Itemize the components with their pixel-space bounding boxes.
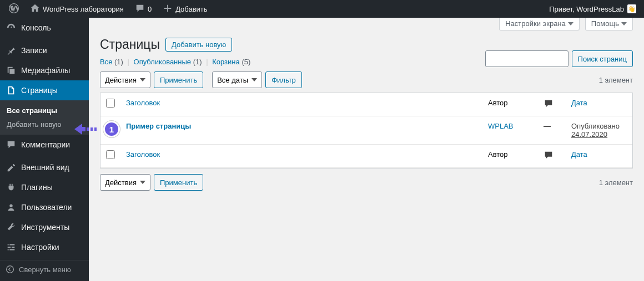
user-icon xyxy=(6,202,17,213)
col-title-header[interactable]: Заголовок xyxy=(120,93,482,116)
table-footer-row: Заголовок Автор Дата xyxy=(100,145,632,168)
sidebar-label: Комментарии xyxy=(21,140,70,149)
sidebar-item-users[interactable]: Пользователи xyxy=(0,197,89,217)
filter-all[interactable]: Все xyxy=(100,58,112,66)
svg-rect-3 xyxy=(94,127,97,131)
sidebar-item-media[interactable]: Медиафайлы xyxy=(0,60,89,80)
tools-icon xyxy=(6,222,17,233)
sidebar-item-plugins[interactable]: Плагины xyxy=(0,177,89,197)
site-name-link[interactable]: WordPress лаборатория xyxy=(26,0,128,18)
sidebar-item-comments[interactable]: Комментарии xyxy=(0,135,89,155)
sidebar-item-posts[interactable]: Записи xyxy=(0,40,89,60)
svg-point-0 xyxy=(7,266,14,273)
sidebar-label: Настройки xyxy=(21,243,59,252)
row-author-link[interactable]: WPLAB xyxy=(488,122,514,130)
comment-icon xyxy=(544,99,554,109)
item-count: 1 элемент xyxy=(599,76,633,84)
sidebar-item-appearance[interactable]: Внешний вид xyxy=(0,157,89,177)
comments-link[interactable]: 0 xyxy=(130,0,156,18)
filter-published[interactable]: Опубликованные xyxy=(134,58,192,66)
svg-rect-1 xyxy=(87,127,89,131)
callout-annotation: 1 xyxy=(73,121,120,137)
bulk-action-select-bottom[interactable]: Действия xyxy=(100,174,150,191)
media-icon xyxy=(6,65,17,76)
bulk-action-select[interactable]: Действия xyxy=(100,71,150,88)
heading-row: Страницы Добавить новую xyxy=(100,37,633,52)
select-all-header xyxy=(100,93,120,116)
search-input[interactable] xyxy=(485,50,568,67)
arrow-left-icon xyxy=(73,121,105,137)
item-count-bottom: 1 элемент xyxy=(599,178,633,187)
comment-icon xyxy=(544,150,554,160)
help-button[interactable]: Помощь xyxy=(585,18,633,30)
screen-meta: Настройки экрана Помощь xyxy=(100,18,633,30)
apply-button[interactable]: Применить xyxy=(154,71,203,88)
table-header-row: Заголовок Автор Дата xyxy=(100,93,632,116)
plugin-icon xyxy=(6,182,17,193)
pin-icon xyxy=(6,45,17,56)
wp-logo[interactable] xyxy=(4,0,23,18)
bulk-actions-bottom: Действия Применить xyxy=(100,174,203,191)
row-title-link[interactable]: Пример страницы xyxy=(126,122,191,130)
pages-table: Заголовок Автор Дата Пример страницы WPL… xyxy=(100,93,633,168)
add-new-page-button[interactable]: Добавить новую xyxy=(165,38,232,52)
main-content: Настройки экрана Помощь Страницы Добавит… xyxy=(89,18,644,281)
chevron-down-icon xyxy=(568,21,573,27)
sidebar-label: Инструменты xyxy=(21,223,69,232)
plus-icon xyxy=(163,3,173,15)
row-comments: — xyxy=(538,116,566,145)
admin-bar-right[interactable]: Привет, WordPressLab 👋 xyxy=(549,4,640,13)
sidebar-label: Записи xyxy=(21,46,47,55)
sidebar-label: Внешний вид xyxy=(21,163,69,172)
submenu-all-pages[interactable]: Все страницы xyxy=(0,104,89,117)
select-all-checkbox[interactable] xyxy=(106,99,115,108)
search-button[interactable]: Поиск страниц xyxy=(572,50,633,67)
sidebar-item-dashboard[interactable]: Консоль xyxy=(0,18,89,38)
home-icon xyxy=(30,3,40,15)
admin-bar: WordPress лаборатория 0 Добавить Привет,… xyxy=(0,0,644,18)
callout-badge: 1 xyxy=(103,121,120,137)
col-date-header[interactable]: Дата xyxy=(566,93,632,116)
wordpress-icon xyxy=(9,3,19,15)
sidebar-item-tools[interactable]: Инструменты xyxy=(0,217,89,237)
comment-icon xyxy=(135,3,145,15)
svg-rect-2 xyxy=(90,127,93,131)
table-row: Пример страницы WPLAB — Опубликовано 24.… xyxy=(100,116,632,145)
sidebar-item-settings[interactable]: Настройки xyxy=(0,237,89,257)
admin-sidebar: Консоль Записи Медиафайлы Страницы Все с… xyxy=(0,18,89,281)
sidebar-label: Страницы xyxy=(21,86,58,95)
bulk-actions: Действия Применить Все даты Фильтр xyxy=(100,71,302,88)
sidebar-label: Пользователи xyxy=(21,203,72,212)
collapse-menu[interactable]: Свернуть меню xyxy=(0,260,89,278)
sidebar-label: Плагины xyxy=(21,183,53,192)
settings-icon xyxy=(6,242,17,253)
tablenav-top: Действия Применить Все даты Фильтр 1 эле… xyxy=(100,71,633,88)
site-name: WordPress лаборатория xyxy=(43,5,124,13)
select-all-checkbox-bottom[interactable] xyxy=(106,150,115,159)
screen-options-button[interactable]: Настройки экрана xyxy=(499,18,580,30)
tablenav-bottom: Действия Применить 1 элемент xyxy=(100,174,633,191)
apply-button-bottom[interactable]: Применить xyxy=(154,174,203,191)
search-box: Поиск страниц xyxy=(485,50,633,67)
page-icon xyxy=(6,85,17,96)
row-date: Опубликовано 24.07.2020 xyxy=(566,116,632,145)
comments-count: 0 xyxy=(148,5,152,13)
chevron-down-icon xyxy=(621,21,627,27)
sidebar-label: Медиафайлы xyxy=(21,66,70,75)
filter-button[interactable]: Фильтр xyxy=(265,71,302,88)
sidebar-item-pages[interactable]: Страницы xyxy=(0,80,89,100)
sidebar-label: Консоль xyxy=(21,23,51,32)
col-author-header: Автор xyxy=(482,93,538,116)
greeting: Привет, WordPressLab xyxy=(549,5,624,13)
comment-icon xyxy=(6,139,17,150)
filter-trash[interactable]: Корзина xyxy=(212,58,240,66)
col-comments-header[interactable] xyxy=(538,93,566,116)
add-new-link[interactable]: Добавить xyxy=(158,0,212,18)
date-filter-select[interactable]: Все даты xyxy=(212,71,262,88)
appearance-icon xyxy=(6,162,17,173)
dashboard-icon xyxy=(6,22,17,33)
add-new-label: Добавить xyxy=(175,5,207,13)
collapse-icon xyxy=(6,265,14,274)
avatar: 👋 xyxy=(627,4,636,13)
collapse-label: Свернуть меню xyxy=(19,265,71,274)
